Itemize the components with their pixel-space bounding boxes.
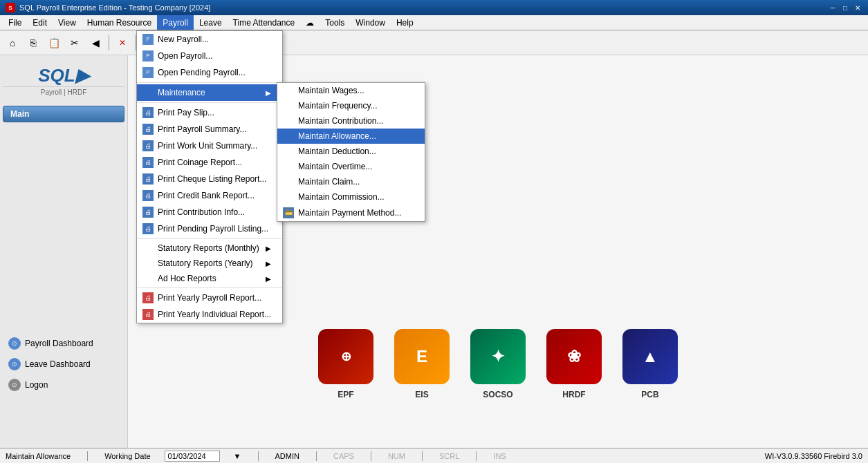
status-separator-3	[316, 451, 317, 461]
ins-label: INS	[493, 452, 506, 460]
working-date-input[interactable]	[165, 451, 220, 462]
print-pending-listing-item[interactable]: 🖨 Print Pending Payroll Listing...	[137, 220, 282, 237]
print-cheque-icon: 🖨	[142, 173, 154, 185]
payroll-dashboard-label: Payroll Dashboard	[25, 339, 93, 348]
minimize-button[interactable]: ─	[828, 3, 838, 12]
epf-box: ⊕	[318, 329, 373, 384]
logo-subtext: Payroll | HRDF	[3, 86, 124, 96]
maintain-contribution-item[interactable]: Maintain Contribution...	[277, 113, 425, 129]
maintain-wages-item[interactable]: Maintain Wages...	[277, 83, 425, 98]
maintain-frequency-item[interactable]: Maintain Frequency...	[277, 98, 425, 113]
maintain-deduction-item[interactable]: Maintain Deduction...	[277, 144, 425, 159]
close-button[interactable]: ✕	[853, 3, 862, 12]
menu-help[interactable]: Help	[391, 15, 419, 30]
payroll-dashboard-icon: ⊙	[8, 337, 21, 350]
menu-divider-4	[137, 287, 282, 288]
print-cheque-listing-item[interactable]: 🖨 Print Cheque Listing Report...	[137, 171, 282, 187]
print-yearly-payroll-item[interactable]: 🖨 Print Yearly Payroll Report...	[137, 290, 282, 306]
statutory-reports-yearly-item[interactable]: Statutory Reports (Yearly) ▶	[137, 256, 282, 271]
new-payroll-item[interactable]: P New Payroll...	[137, 31, 282, 48]
main-button[interactable]: Main	[3, 106, 124, 122]
print-contribution-icon: 🖨	[142, 207, 154, 218]
print-credit-bank-icon: 🖨	[142, 190, 154, 201]
sidebar-item-payroll-dashboard[interactable]: ⊙ Payroll Dashboard	[3, 334, 124, 353]
stat-yearly-arrow: ▶	[266, 260, 271, 267]
leave-dashboard-icon: ⊙	[8, 358, 21, 370]
maintenance-icon	[142, 87, 154, 98]
menu-divider-1	[137, 82, 282, 83]
menu-time-attendance[interactable]: Time Attendance	[228, 15, 301, 30]
status-separator-1	[87, 451, 88, 461]
sidebar-item-leave-dashboard[interactable]: ⊙ Leave Dashboard	[3, 355, 124, 374]
sidebar-item-logon[interactable]: ⊙ Logon	[3, 375, 124, 395]
menu-tools[interactable]: Tools	[320, 15, 350, 30]
close-button-toolbar[interactable]	[113, 33, 132, 53]
hrdf-icon-item[interactable]: ❀ HRDF	[546, 329, 602, 399]
status-separator-4	[371, 451, 371, 461]
title-text: SQL Payroll Enterprise Edition - Testing…	[19, 3, 210, 12]
paste-button[interactable]: 📋	[44, 33, 64, 53]
pcb-icon-item[interactable]: ▲ PCB	[622, 329, 678, 399]
print-pending-icon: 🖨	[142, 223, 154, 234]
status-text: Maintain Allowance	[6, 452, 71, 460]
print-work-unit-summary-item[interactable]: 🖨 Print Work Unit Summary...	[137, 138, 282, 154]
maintain-commission-item[interactable]: Maintain Commission...	[277, 189, 425, 205]
print-contribution-info-item[interactable]: 🖨 Print Contribution Info...	[137, 204, 282, 220]
print-coinage-report-item[interactable]: 🖨 Print Coinage Report...	[137, 154, 282, 171]
print-work-unit-icon: 🖨	[142, 140, 154, 151]
maintain-payment-icon: 💳	[283, 207, 294, 218]
cut-button[interactable]: ✂	[65, 33, 84, 53]
toolbar-separator-1	[109, 35, 109, 50]
eis-label: EIS	[415, 390, 428, 399]
eis-icon-item[interactable]: E EIS	[394, 329, 450, 399]
menu-payroll[interactable]: Payroll	[157, 15, 194, 30]
maximize-button[interactable]: □	[840, 3, 850, 12]
open-payroll-item[interactable]: P Open Payroll...	[137, 48, 282, 64]
menu-view[interactable]: View	[53, 15, 82, 30]
print-payroll-summary-item[interactable]: 🖨 Print Payroll Summary...	[137, 121, 282, 138]
epf-icon-item[interactable]: ⊕ EPF	[318, 329, 373, 399]
print-yearly-payroll-icon: 🖨	[142, 292, 154, 303]
hrdf-label: HRDF	[562, 390, 585, 399]
hrdf-box: ❀	[546, 329, 602, 384]
icon-grid: ⊕ EPF E EIS ✦ SOCSO ❀ HRDF	[128, 315, 868, 413]
print-credit-bank-item[interactable]: 🖨 Print Credit Bank Report...	[137, 187, 282, 204]
sidebar: SQL▶ Payroll | HRDF Main ⊙ Payroll Dashb…	[0, 55, 128, 448]
maintain-claim-item[interactable]: Maintain Claim...	[277, 174, 425, 189]
calendar-icon[interactable]: ▼	[234, 452, 241, 460]
print-pay-slip-item[interactable]: 🖨 Print Pay Slip...	[137, 104, 282, 121]
maintain-overtime-item[interactable]: Maintain Overtime...	[277, 159, 425, 174]
menu-file[interactable]: File	[3, 15, 27, 30]
menu-leave[interactable]: Leave	[194, 15, 228, 30]
menu-edit[interactable]: Edit	[27, 15, 53, 30]
menu-cloud[interactable]: ☁	[300, 15, 320, 30]
socso-icon-item[interactable]: ✦ SOCSO	[470, 329, 526, 399]
title-bar: S SQL Payroll Enterprise Edition - Testi…	[0, 0, 868, 15]
status-bar: Maintain Allowance Working Date ▼ ADMIN …	[0, 448, 868, 463]
epf-label: EPF	[338, 390, 353, 399]
window-controls: ─ □ ✕	[828, 3, 862, 12]
open-pending-payroll-item[interactable]: P Open Pending Payroll...	[137, 64, 282, 81]
ad-hoc-arrow: ▶	[266, 275, 271, 283]
statutory-reports-monthly-item[interactable]: Statutory Reports (Monthly) ▶	[137, 240, 282, 256]
new-payroll-icon: P	[142, 34, 154, 45]
logo-text: SQL▶	[3, 65, 124, 86]
open-pending-icon: P	[142, 67, 154, 78]
back-button[interactable]: ◀	[86, 33, 105, 53]
user-label: ADMIN	[275, 452, 299, 460]
payroll-dropdown: P New Payroll... P Open Payroll... P Ope…	[136, 30, 283, 323]
maintenance-item[interactable]: Maintenance ▶	[137, 84, 282, 101]
menu-window[interactable]: Window	[350, 15, 391, 30]
status-separator-2	[258, 451, 259, 461]
num-label: NUM	[388, 452, 405, 460]
ad-hoc-reports-item[interactable]: Ad Hoc Reports ▶	[137, 271, 282, 286]
home-button[interactable]	[3, 33, 22, 53]
copy-button[interactable]: ⎘	[24, 33, 43, 53]
menu-divider-3	[137, 238, 282, 239]
main-area: SQL▶ Payroll | HRDF Main ⊙ Payroll Dashb…	[0, 55, 868, 448]
print-yearly-individual-item[interactable]: 🖨 Print Yearly Individual Report...	[137, 306, 282, 323]
maintain-payment-method-item[interactable]: 💳 Maintain Payment Method...	[277, 205, 425, 221]
toolbar: ⎘ 📋 ✂ ◀ 🔍 ↻ 🖨 💾 ▶ 💬	[0, 30, 868, 55]
menu-human-resource[interactable]: Human Resource	[82, 15, 157, 30]
maintain-allowance-item[interactable]: Maintain Allowance...	[277, 129, 425, 144]
